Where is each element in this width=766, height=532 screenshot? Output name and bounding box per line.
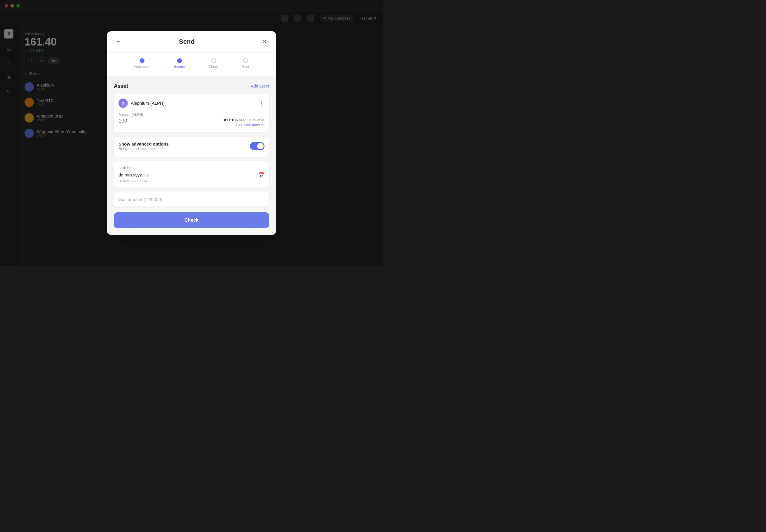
lock-time-input-row: dd.mm.yyyy, --:-- 📅 [118,172,265,178]
step-assets: Assets [174,58,185,69]
amount-right: 101.6166 ALPH available Use max amount [222,118,265,127]
step-line-2 [185,61,209,61]
advanced-options-subtitle: Set gas and lock time [118,146,169,151]
lock-time-hint: DD/MM/YYYY hh:mm [118,179,265,183]
step-circle-addresses [140,58,144,63]
use-max-button[interactable]: Use max amount [236,123,265,127]
toggle-knob [257,143,264,149]
step-label-assets: Assets [174,65,185,69]
lock-time-field: Lock time dd.mm.yyyy, --:-- 📅 DD/MM/YYYY… [114,161,269,188]
step-line-1 [150,61,174,61]
stepper: Addresses Assets Check Sent [107,53,276,76]
modal-close-button[interactable]: × [260,37,269,46]
step-label-sent: Sent [242,65,249,69]
step-sent: Sent [242,58,249,69]
step-label-check: Check [209,65,219,69]
step-check: Check [209,58,219,69]
step-addresses: Addresses [134,58,151,69]
advanced-options-toggle[interactable] [250,142,265,150]
asset-card: X Alephium (ALPH) ⋮ Amount (ALPH) 100 10… [114,94,269,132]
gas-amount-field[interactable]: Gas amount (≥ 20000) [114,192,269,207]
check-button[interactable]: Check [114,212,269,228]
advanced-options-title: Show advanced options [118,141,169,146]
calendar-icon[interactable]: 📅 [258,172,265,178]
step-circle-sent [243,58,248,63]
step-circle-check [212,58,216,63]
advanced-options-header: Show advanced options Set gas and lock t… [118,141,265,151]
asset-section-header: Asset + Add asset [114,83,269,89]
modal-title: Send [114,38,260,45]
asset-logo: X [118,99,128,108]
asset-card-header: X Alephium (ALPH) ⋮ [118,99,265,108]
step-label-addresses: Addresses [134,65,151,69]
advanced-options-card: Show advanced options Set gas and lock t… [114,137,269,157]
lock-time-value[interactable]: dd.mm.yyyy, --:-- [118,172,151,177]
asset-section-title: Asset [114,83,128,89]
amount-value: 100 [118,118,127,124]
advanced-options-text: Show advanced options Set gas and lock t… [118,141,169,151]
step-line-3 [219,61,242,61]
amount-section: Amount (ALPH) 100 101.6166 ALPH availabl… [118,113,265,127]
add-asset-button[interactable]: + Add asset [248,84,269,88]
send-modal: ← Send × Addresses Assets [107,31,276,235]
modal-overlay: ← Send × Addresses Assets [0,0,383,266]
modal-header: ← Send × [107,31,276,53]
asset-name: Alephium (ALPH) [131,101,256,106]
modal-body: Asset + Add asset X Alephium (ALPH) ⋮ [107,76,276,235]
lock-time-label: Lock time [118,166,265,170]
amount-available: 101.6166 ALPH available [222,118,265,122]
asset-menu-button[interactable]: ⋮ [259,100,265,106]
gas-amount-placeholder: Gas amount (≥ 20000) [118,197,162,202]
amount-label: Amount (ALPH) [118,113,265,117]
amount-row: 100 101.6166 ALPH available Use max amou… [118,118,265,127]
step-circle-assets [177,58,182,63]
